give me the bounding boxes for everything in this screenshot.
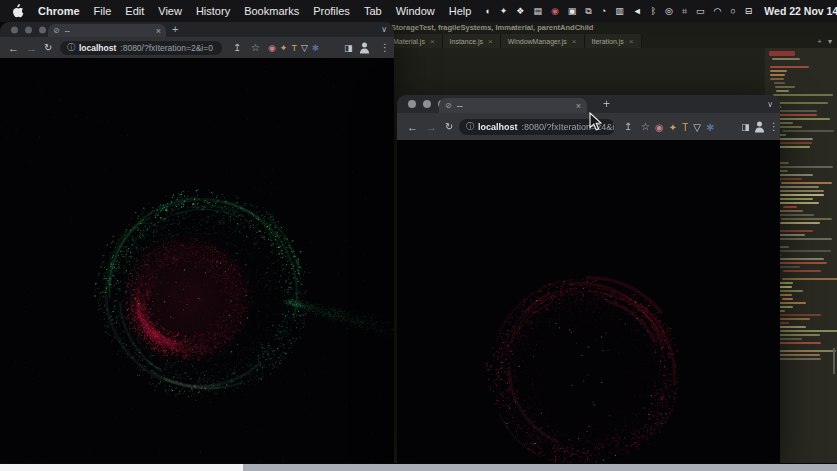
code-line <box>779 170 788 172</box>
editor-tab-close-button[interactable]: × <box>488 37 493 46</box>
reload-button[interactable]: ↻ <box>445 122 453 132</box>
site-info-icon[interactable]: ⓘ <box>67 42 75 53</box>
airplay-icon[interactable]: ◎ <box>665 7 673 16</box>
site-info-icon[interactable]: ⓘ <box>466 121 474 132</box>
new-tab-button[interactable]: + <box>603 97 610 111</box>
browser-menu-button[interactable]: ⋮ <box>769 122 779 132</box>
app-status-icon-1[interactable]: ✦ <box>500 7 508 16</box>
editor-tab-iteration-js[interactable]: Iteration.js× <box>585 34 642 48</box>
editor-tab-close-button[interactable]: × <box>629 37 634 46</box>
url-path: :8080/?fxIteration=2&i=0 <box>120 43 213 53</box>
time-machine-icon[interactable]: ◔ <box>601 7 606 16</box>
share-icon[interactable]: ↥ <box>233 43 241 53</box>
volume-icon[interactable]: ◄ <box>633 7 642 16</box>
code-line <box>774 82 784 84</box>
back-button[interactable]: ← <box>8 42 19 53</box>
window-close-button[interactable] <box>408 100 416 108</box>
page-content-left <box>0 58 394 463</box>
finder-status-icon[interactable]: ▤ <box>533 7 542 16</box>
record-status-icon[interactable]: ◉ <box>551 7 559 16</box>
menu-item-profiles[interactable]: Profiles <box>313 5 350 17</box>
control-center-icon[interactable]: ⊟ <box>745 7 753 16</box>
extension-triangle-icon[interactable]: ▽ <box>693 121 701 132</box>
extension-pink-icon[interactable]: ◉ <box>655 121 664 132</box>
back-button[interactable]: ← <box>407 121 418 132</box>
menu-item-view[interactable]: View <box>158 5 182 17</box>
side-panel-icon[interactable]: ◨ <box>344 43 353 52</box>
code-line <box>770 78 784 80</box>
extension-bird-icon[interactable]: ✱ <box>706 121 714 132</box>
tab-close-button[interactable]: × <box>156 26 161 36</box>
tab-strip: ⊘ -- × + ∨ <box>0 22 394 37</box>
display-arrangement-icon[interactable]: ⧉ <box>585 7 591 16</box>
address-bar[interactable]: ⓘ localhost:8080/?fxIteration=2&i=0 <box>60 41 222 55</box>
editor-tab-instance-js[interactable]: Instance.js× <box>443 34 501 48</box>
browser-tab[interactable]: ⊘ -- × <box>439 98 587 113</box>
editor-tab-bar: Material.js×Instance.js×WindowManager.js… <box>386 34 837 48</box>
menu-item-help[interactable]: Help <box>449 5 472 17</box>
page-content-right <box>397 140 780 463</box>
menu-item-tab[interactable]: Tab <box>364 5 382 17</box>
editor-tab-close-button[interactable]: × <box>430 37 435 46</box>
tab-overflow-chevron-icon[interactable]: ∨ <box>381 25 387 34</box>
code-line <box>783 206 797 208</box>
forward-button[interactable]: → <box>26 42 37 53</box>
keystroke-viewer-icon[interactable]: ▣ <box>568 7 577 16</box>
bookmark-star-icon[interactable]: ☆ <box>641 122 650 132</box>
editor-tab-material-js[interactable]: Material.js× <box>386 34 443 48</box>
battery-icon[interactable]: ▭ <box>696 7 705 16</box>
menu-app-name[interactable]: Chrome <box>38 5 80 17</box>
window-zoom-button[interactable] <box>39 26 46 33</box>
reload-button[interactable]: ↻ <box>44 43 52 53</box>
menu-item-edit[interactable]: Edit <box>125 5 144 17</box>
menu-item-file[interactable]: File <box>94 5 112 17</box>
share-icon[interactable]: ↥ <box>624 122 632 132</box>
menu-bar-clock[interactable]: Wed 22 Nov 14:29 <box>764 5 837 17</box>
browser-window-right: ⊘ -- × + ∨ ← → ↻ ⓘ localhost:8080/?fxIte… <box>397 95 780 463</box>
profile-avatar-icon[interactable] <box>359 42 370 53</box>
forward-button[interactable]: → <box>426 121 437 132</box>
browser-menu-button[interactable]: ⋮ <box>380 43 390 53</box>
bookmark-star-icon[interactable]: ☆ <box>251 43 260 53</box>
menu-items: FileEditViewHistoryBookmarksProfilesTabW… <box>94 5 472 17</box>
extension-gold-icon[interactable]: ✦ <box>280 43 288 53</box>
extension-trophy-icon[interactable]: T <box>291 43 297 53</box>
tab-overflow-chevron-icon[interactable]: ∨ <box>767 100 773 109</box>
window-close-button[interactable] <box>11 26 18 33</box>
editor-scrollbar[interactable] <box>833 348 835 374</box>
bluetooth-icon[interactable]: ᛒ <box>651 7 656 16</box>
apple-menu-icon[interactable] <box>12 4 24 18</box>
extension-bird-icon[interactable]: ✱ <box>312 43 320 53</box>
tab-close-button[interactable]: × <box>576 101 581 111</box>
extension-gold-icon[interactable]: ✦ <box>669 121 677 132</box>
menu-item-history[interactable]: History <box>196 5 230 17</box>
window-minimize-button[interactable] <box>423 100 431 108</box>
side-panel-icon[interactable]: ◨ <box>741 122 750 131</box>
editor-tab-close-button[interactable]: × <box>572 37 577 46</box>
editor-window-title: StorageTest, fragileSystems, Immaterial,… <box>386 22 837 34</box>
extension-trophy-icon[interactable]: T <box>682 121 688 132</box>
code-line <box>780 222 821 224</box>
app-status-icon-2[interactable]: ❖ <box>516 7 524 16</box>
screen-mirroring-icon[interactable]: ◐ <box>485 7 490 16</box>
tab-favicon-icon: ⊘ <box>53 27 60 35</box>
menu-item-window[interactable]: Window <box>396 5 435 17</box>
editor-new-tab-button[interactable]: + <box>817 37 822 46</box>
wifi-icon[interactable]: ◠ <box>714 7 722 16</box>
extension-triangle-icon[interactable]: ▽ <box>301 43 308 53</box>
spotlight-icon[interactable]: ○ <box>730 7 735 16</box>
tab-favicon-icon: ⊘ <box>445 102 452 110</box>
editor-tab-overflow-button[interactable]: ▾ <box>828 37 832 46</box>
code-line <box>770 70 787 72</box>
input-source-icon[interactable]: ▥ <box>615 7 624 16</box>
extension-pink-icon[interactable]: ◉ <box>268 43 276 53</box>
video-progress-bar[interactable] <box>0 464 837 471</box>
window-minimize-button[interactable] <box>25 26 32 33</box>
menu-item-bookmarks[interactable]: Bookmarks <box>244 5 299 17</box>
particles-canvas-right <box>397 140 780 463</box>
keyboard-brightness-icon[interactable]: ⌗ <box>682 7 687 16</box>
profile-avatar-icon[interactable] <box>754 121 765 132</box>
editor-tab-windowmanager-js[interactable]: WindowManager.js× <box>501 34 585 48</box>
browser-tab[interactable]: ⊘ -- × <box>48 24 166 37</box>
new-tab-button[interactable]: + <box>172 23 178 35</box>
